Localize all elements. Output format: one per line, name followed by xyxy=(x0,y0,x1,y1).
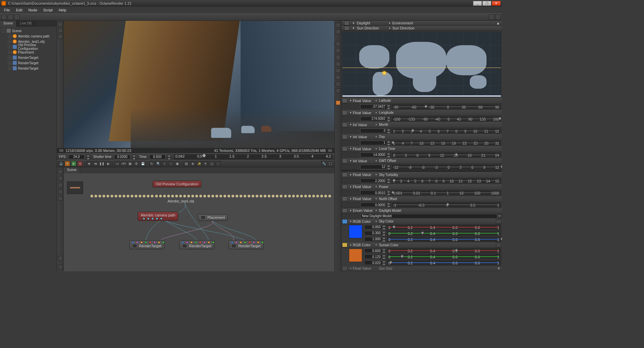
sky-g-input[interactable] xyxy=(364,231,382,236)
thumbnail-strip[interactable] xyxy=(67,181,83,194)
tab-livedb[interactable]: Live DB xyxy=(16,21,35,27)
node-circle-icon[interactable] xyxy=(58,183,63,187)
expand-icon[interactable] xyxy=(496,219,501,224)
close-button[interactable]: ✕ xyxy=(492,1,501,6)
time-input[interactable] xyxy=(149,155,166,159)
north-offset-input[interactable] xyxy=(360,202,387,207)
timeline-ruler[interactable]: 0.0420.511.522.533.544.2 xyxy=(174,154,332,160)
day-input[interactable] xyxy=(360,141,387,145)
env-header[interactable]: ▼ Daylight ▾ Environment ▲ xyxy=(341,21,502,26)
vp-eye-icon[interactable] xyxy=(58,28,63,33)
wrench-icon[interactable]: 🔧 xyxy=(321,161,327,166)
link-icon[interactable] xyxy=(342,98,347,103)
tree-item[interactable]: +RenderTarget xyxy=(1,60,56,66)
sunset-b-slider[interactable]: 00.20.40.60.81 xyxy=(387,260,501,265)
link-icon[interactable] xyxy=(342,219,347,224)
daylight-model-select[interactable]: New Daylight Model xyxy=(360,214,497,219)
node-tab-scene[interactable]: Scene xyxy=(64,167,80,173)
pause-button[interactable]: ❚❚ xyxy=(99,161,105,166)
time-spinner[interactable]: ▲▼ xyxy=(168,155,171,159)
api-button[interactable]: API xyxy=(121,161,126,166)
prop-power[interactable]: ▼Float Value▾ Power xyxy=(341,184,502,190)
spinner[interactable]: ▲▼ xyxy=(387,165,390,169)
sun-marker-icon[interactable] xyxy=(383,71,386,75)
sparkle-icon[interactable]: ✨ xyxy=(196,161,202,166)
spinner[interactable]: ▲▼ xyxy=(382,248,386,253)
longitude-slider[interactable]: -180-135-90-4504590135180 xyxy=(392,116,501,121)
tree-item[interactable]: +RenderTarget xyxy=(1,55,56,60)
expand-icon[interactable]: ⛶ xyxy=(328,161,333,166)
rt-cam-icon[interactable] xyxy=(336,29,340,34)
stop-record-icon[interactable]: ● xyxy=(77,161,83,166)
spinner[interactable]: ▲▼ xyxy=(382,254,386,259)
rt-mesh-icon[interactable] xyxy=(336,75,340,80)
sun-icon[interactable]: ☀ xyxy=(203,161,208,166)
spinner[interactable]: ▲▼ xyxy=(387,128,390,133)
expand-icon[interactable]: + xyxy=(8,40,11,43)
sunset-color-swatch[interactable] xyxy=(349,249,362,262)
link-icon[interactable] xyxy=(342,122,347,127)
prop-sky-turbidity[interactable]: ▼Float Value▾ Sky Turbidity xyxy=(341,172,502,178)
spinner[interactable]: ▲▼ xyxy=(382,260,386,265)
grid-icon[interactable]: ▦ xyxy=(127,161,133,166)
rt-env-icon[interactable] xyxy=(336,23,340,27)
sky-turbidity-slider[interactable]: 23456789101112131415 xyxy=(392,178,501,183)
expand-icon[interactable]: + xyxy=(8,34,11,38)
rt-grid-icon[interactable] xyxy=(336,41,340,46)
node-doc-icon[interactable] xyxy=(58,196,63,201)
playhead-icon[interactable] xyxy=(202,154,206,157)
scroll-up-icon[interactable]: ▲ xyxy=(496,21,500,25)
menu-help[interactable]: Help xyxy=(56,7,69,13)
rt-tex-icon[interactable] xyxy=(336,55,340,60)
fps-spinner[interactable]: ▲▼ xyxy=(86,155,90,159)
minimize-button[interactable]: _ xyxy=(473,1,482,6)
spinner[interactable]: ▲▼ xyxy=(387,153,390,157)
sunset-r-input[interactable] xyxy=(364,248,382,253)
expand-icon[interactable]: + xyxy=(8,67,11,70)
spinner[interactable]: ▲▼ xyxy=(387,141,390,145)
menu-node[interactable]: Node xyxy=(26,7,40,13)
prop-sun-size[interactable]: ▼Float Value Sun Size ▼ xyxy=(341,266,502,271)
world-map[interactable] xyxy=(342,31,501,97)
tree-item[interactable]: +Alembic camera path xyxy=(1,33,56,39)
node-rendertarget-3[interactable]: RenderTarget xyxy=(229,240,264,249)
spinner[interactable]: ▲▼ xyxy=(387,116,390,121)
node-list-icon[interactable] xyxy=(58,176,63,181)
local-time-slider[interactable]: 03691215182124 xyxy=(392,153,501,157)
stop-button[interactable]: ■ xyxy=(86,161,92,166)
spinner[interactable]: ▲▼ xyxy=(387,178,390,183)
vp-list-icon[interactable] xyxy=(58,34,63,39)
sky-turbidity-input[interactable] xyxy=(360,178,387,183)
node-rendertarget-1[interactable]: RenderTarget xyxy=(129,240,165,249)
play-start-icon[interactable]: ▶ xyxy=(71,161,76,166)
link-icon[interactable] xyxy=(344,26,349,30)
node-alembic-cam[interactable]: Alembic camera path xyxy=(138,212,178,221)
more-icon[interactable]: ⋯ xyxy=(215,161,221,166)
spinner[interactable]: ▲▼ xyxy=(387,190,390,195)
expand-icon[interactable]: + xyxy=(8,56,11,59)
expand-icon[interactable]: + xyxy=(8,61,11,65)
link-icon[interactable] xyxy=(342,172,347,177)
link-icon[interactable] xyxy=(342,159,347,163)
spinner[interactable]: ▲▼ xyxy=(382,225,386,230)
cog-icon[interactable]: ⚙ xyxy=(134,161,139,166)
prop-month[interactable]: ▼Int Value▾ Month xyxy=(341,122,502,128)
fit-icon[interactable]: ▣ xyxy=(175,161,180,166)
sky-r-input[interactable] xyxy=(364,225,382,230)
tree-root[interactable]: − Scene xyxy=(1,28,56,33)
scroll-down-icon[interactable]: ▼ xyxy=(497,266,501,270)
link-icon[interactable] xyxy=(342,208,347,213)
sky-g-slider[interactable]: 00.20.40.60.81 xyxy=(387,231,501,236)
prop-day[interactable]: ▼Int Value▾ Day xyxy=(341,134,502,140)
box-icon[interactable]: ▢ xyxy=(209,161,214,166)
fps-input[interactable] xyxy=(68,155,84,159)
zoom-out-icon[interactable]: − xyxy=(168,161,174,166)
sunset-r-slider[interactable]: 00.20.40.60.81 xyxy=(387,248,501,253)
spinner[interactable]: ▲▼ xyxy=(382,231,386,236)
rt-render-icon[interactable] xyxy=(336,100,340,105)
rt-light-icon[interactable] xyxy=(336,62,340,66)
menu-file[interactable]: File xyxy=(1,7,13,13)
atom-icon[interactable]: ✦ xyxy=(65,161,70,166)
month-input[interactable] xyxy=(360,128,387,133)
maximize-button[interactable]: ❐ xyxy=(482,1,491,6)
